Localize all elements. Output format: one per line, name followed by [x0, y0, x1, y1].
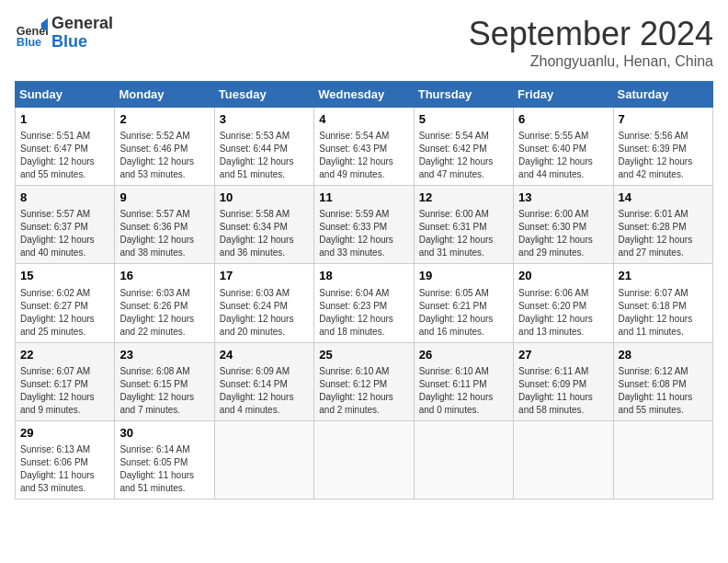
- day-info: Sunrise: 6:07 AM Sunset: 6:18 PM Dayligh…: [619, 287, 708, 339]
- day-number: 25: [319, 347, 408, 363]
- calendar-cell: 27Sunrise: 6:11 AM Sunset: 6:09 PM Dayli…: [514, 342, 613, 420]
- weekday-header: Wednesday: [314, 82, 414, 108]
- day-info: Sunrise: 6:01 AM Sunset: 6:28 PM Dayligh…: [619, 208, 708, 259]
- calendar-cell: 2Sunrise: 5:52 AM Sunset: 6:46 PM Daylig…: [115, 108, 214, 186]
- day-info: Sunrise: 6:12 AM Sunset: 6:08 PM Dayligh…: [619, 365, 708, 417]
- day-info: Sunrise: 5:56 AM Sunset: 6:39 PM Dayligh…: [619, 130, 708, 181]
- day-number: 13: [518, 190, 608, 206]
- calendar-cell: 19Sunrise: 6:05 AM Sunset: 6:21 PM Dayli…: [414, 264, 513, 342]
- day-info: Sunrise: 5:55 AM Sunset: 6:40 PM Dayligh…: [518, 130, 608, 181]
- day-number: 2: [119, 111, 209, 128]
- day-info: Sunrise: 6:07 AM Sunset: 6:17 PM Dayligh…: [20, 365, 109, 417]
- day-number: 4: [319, 111, 408, 128]
- day-info: Sunrise: 5:54 AM Sunset: 6:42 PM Dayligh…: [419, 130, 508, 181]
- calendar-header-row: SundayMondayTuesdayWednesdayThursdayFrid…: [16, 82, 713, 108]
- calendar-cell: 5Sunrise: 5:54 AM Sunset: 6:42 PM Daylig…: [414, 108, 513, 186]
- calendar-cell: 11Sunrise: 5:59 AM Sunset: 6:33 PM Dayli…: [314, 186, 414, 264]
- calendar-cell: 23Sunrise: 6:08 AM Sunset: 6:15 PM Dayli…: [115, 342, 214, 420]
- calendar-cell: 24Sunrise: 6:09 AM Sunset: 6:14 PM Dayli…: [214, 342, 313, 420]
- page-header: General Blue General Blue September 2024…: [15, 15, 713, 70]
- calendar-cell: [514, 420, 613, 499]
- day-info: Sunrise: 6:11 AM Sunset: 6:09 PM Dayligh…: [518, 365, 608, 417]
- day-number: 10: [220, 190, 309, 206]
- day-info: Sunrise: 6:10 AM Sunset: 6:11 PM Dayligh…: [419, 365, 508, 417]
- day-number: 8: [20, 190, 109, 206]
- day-info: Sunrise: 6:09 AM Sunset: 6:14 PM Dayligh…: [220, 365, 309, 417]
- calendar-cell: 8Sunrise: 5:57 AM Sunset: 6:37 PM Daylig…: [16, 186, 115, 264]
- day-info: Sunrise: 5:54 AM Sunset: 6:43 PM Dayligh…: [319, 130, 408, 181]
- day-number: 30: [119, 425, 209, 442]
- calendar-cell: 4Sunrise: 5:54 AM Sunset: 6:43 PM Daylig…: [314, 108, 414, 186]
- day-number: 9: [119, 190, 209, 206]
- day-number: 6: [518, 111, 608, 128]
- calendar-cell: 3Sunrise: 5:53 AM Sunset: 6:44 PM Daylig…: [214, 108, 313, 186]
- day-info: Sunrise: 6:06 AM Sunset: 6:20 PM Dayligh…: [518, 287, 608, 339]
- day-number: 26: [419, 347, 508, 363]
- day-info: Sunrise: 6:03 AM Sunset: 6:26 PM Dayligh…: [119, 287, 209, 339]
- calendar-cell: [414, 420, 513, 499]
- weekday-header: Tuesday: [214, 82, 313, 108]
- day-number: 21: [619, 268, 708, 284]
- calendar-cell: 30Sunrise: 6:14 AM Sunset: 6:05 PM Dayli…: [115, 420, 214, 499]
- day-number: 1: [20, 111, 109, 128]
- weekday-header: Friday: [514, 82, 613, 108]
- weekday-header: Monday: [115, 82, 214, 108]
- day-info: Sunrise: 5:53 AM Sunset: 6:44 PM Dayligh…: [220, 130, 309, 181]
- calendar-body: 1Sunrise: 5:51 AM Sunset: 6:47 PM Daylig…: [16, 108, 713, 500]
- calendar-cell: 26Sunrise: 6:10 AM Sunset: 6:11 PM Dayli…: [414, 342, 513, 420]
- calendar-cell: 29Sunrise: 6:13 AM Sunset: 6:06 PM Dayli…: [16, 420, 115, 499]
- day-number: 12: [419, 190, 508, 206]
- day-number: 15: [20, 268, 109, 284]
- day-info: Sunrise: 5:57 AM Sunset: 6:36 PM Dayligh…: [119, 208, 209, 259]
- calendar-week-row: 29Sunrise: 6:13 AM Sunset: 6:06 PM Dayli…: [16, 420, 713, 499]
- day-number: 3: [220, 111, 309, 128]
- day-info: Sunrise: 5:57 AM Sunset: 6:37 PM Dayligh…: [20, 208, 109, 259]
- title-area: September 2024 Zhongyuanlu, Henan, China: [469, 15, 713, 70]
- calendar-cell: [314, 420, 414, 499]
- calendar-cell: 13Sunrise: 6:00 AM Sunset: 6:30 PM Dayli…: [514, 186, 613, 264]
- calendar-week-row: 1Sunrise: 5:51 AM Sunset: 6:47 PM Daylig…: [16, 108, 713, 186]
- day-info: Sunrise: 6:00 AM Sunset: 6:31 PM Dayligh…: [419, 208, 508, 259]
- calendar-cell: 15Sunrise: 6:02 AM Sunset: 6:27 PM Dayli…: [16, 264, 115, 342]
- day-info: Sunrise: 5:58 AM Sunset: 6:34 PM Dayligh…: [220, 208, 309, 259]
- day-info: Sunrise: 6:02 AM Sunset: 6:27 PM Dayligh…: [20, 287, 109, 339]
- calendar-cell: 25Sunrise: 6:10 AM Sunset: 6:12 PM Dayli…: [314, 342, 414, 420]
- calendar-cell: 7Sunrise: 5:56 AM Sunset: 6:39 PM Daylig…: [613, 108, 712, 186]
- day-number: 27: [518, 347, 608, 363]
- calendar-cell: [613, 420, 712, 499]
- svg-text:Blue: Blue: [17, 36, 41, 49]
- calendar-cell: 1Sunrise: 5:51 AM Sunset: 6:47 PM Daylig…: [16, 108, 115, 186]
- weekday-header: Saturday: [613, 82, 712, 108]
- day-number: 29: [20, 425, 109, 442]
- day-number: 17: [220, 268, 309, 284]
- calendar-cell: 22Sunrise: 6:07 AM Sunset: 6:17 PM Dayli…: [16, 342, 115, 420]
- weekday-header: Thursday: [414, 82, 513, 108]
- day-info: Sunrise: 6:10 AM Sunset: 6:12 PM Dayligh…: [319, 365, 408, 417]
- logo-icon: General Blue: [15, 17, 48, 50]
- calendar-cell: 20Sunrise: 6:06 AM Sunset: 6:20 PM Dayli…: [514, 264, 613, 342]
- day-number: 18: [319, 268, 408, 284]
- day-info: Sunrise: 5:59 AM Sunset: 6:33 PM Dayligh…: [319, 208, 408, 259]
- day-number: 16: [119, 268, 209, 284]
- day-number: 23: [119, 347, 209, 363]
- calendar-cell: 21Sunrise: 6:07 AM Sunset: 6:18 PM Dayli…: [613, 264, 712, 342]
- calendar-week-row: 22Sunrise: 6:07 AM Sunset: 6:17 PM Dayli…: [16, 342, 713, 420]
- calendar-cell: 6Sunrise: 5:55 AM Sunset: 6:40 PM Daylig…: [514, 108, 613, 186]
- day-info: Sunrise: 5:52 AM Sunset: 6:46 PM Dayligh…: [119, 130, 209, 181]
- day-info: Sunrise: 6:04 AM Sunset: 6:23 PM Dayligh…: [319, 287, 408, 339]
- day-number: 24: [220, 347, 309, 363]
- weekday-header: Sunday: [16, 82, 115, 108]
- day-number: 7: [619, 111, 708, 128]
- day-info: Sunrise: 6:08 AM Sunset: 6:15 PM Dayligh…: [119, 365, 209, 417]
- calendar-cell: 28Sunrise: 6:12 AM Sunset: 6:08 PM Dayli…: [613, 342, 712, 420]
- day-number: 20: [518, 268, 608, 284]
- calendar-cell: [214, 420, 313, 499]
- logo-text: General Blue: [51, 15, 113, 52]
- day-info: Sunrise: 5:51 AM Sunset: 6:47 PM Dayligh…: [20, 130, 109, 181]
- day-number: 22: [20, 347, 109, 363]
- day-info: Sunrise: 6:03 AM Sunset: 6:24 PM Dayligh…: [220, 287, 309, 339]
- calendar-cell: 12Sunrise: 6:00 AM Sunset: 6:31 PM Dayli…: [414, 186, 513, 264]
- month-title: September 2024: [469, 15, 713, 53]
- logo: General Blue General Blue: [15, 15, 113, 52]
- calendar-cell: 9Sunrise: 5:57 AM Sunset: 6:36 PM Daylig…: [115, 186, 214, 264]
